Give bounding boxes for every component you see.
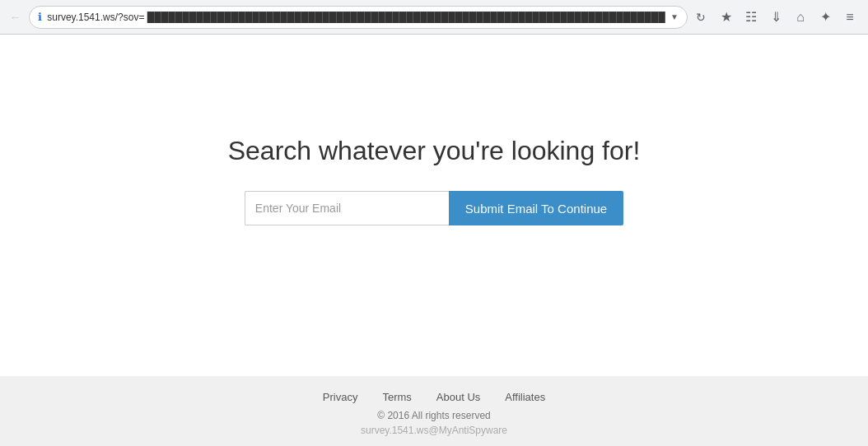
- terms-link[interactable]: Terms: [382, 391, 411, 403]
- refresh-button[interactable]: ↻: [693, 6, 710, 29]
- star-button[interactable]: ★: [715, 6, 738, 29]
- address-bar[interactable]: ℹ survey.1541.ws/?sov= █████████████████…: [29, 6, 688, 29]
- address-text: survey.1541.ws/?sov= ███████████████████…: [47, 12, 665, 23]
- page-content: Search whatever you're looking for! Subm…: [0, 35, 868, 446]
- bookmarks-button[interactable]: ☷: [740, 6, 763, 29]
- email-form: Submit Email To Continue: [245, 191, 623, 225]
- info-icon[interactable]: ℹ: [38, 11, 42, 23]
- main-area: Search whatever you're looking for! Subm…: [0, 35, 868, 376]
- browser-chrome: ← ℹ survey.1541.ws/?sov= ███████████████…: [0, 0, 868, 35]
- email-input[interactable]: [245, 191, 449, 225]
- toolbar-icons: ★ ☷ ⇓ ⌂ ✦ ≡: [715, 6, 861, 29]
- submit-button[interactable]: Submit Email To Continue: [449, 191, 623, 225]
- back-button[interactable]: ←: [7, 6, 24, 29]
- home-button[interactable]: ⌂: [789, 6, 812, 29]
- about-link[interactable]: About Us: [436, 391, 480, 403]
- privacy-link[interactable]: Privacy: [323, 391, 358, 403]
- footer: Privacy Terms About Us Affiliates © 2016…: [0, 376, 868, 446]
- copyright-text: © 2016 All rights reserved: [0, 410, 868, 421]
- footer-url: survey.1541.ws@MyAntiSpyware: [0, 425, 868, 436]
- affiliates-link[interactable]: Affiliates: [505, 391, 545, 403]
- page-headline: Search whatever you're looking for!: [228, 136, 641, 166]
- download-button[interactable]: ⇓: [764, 6, 787, 29]
- pocket-button[interactable]: ✦: [814, 6, 837, 29]
- menu-button[interactable]: ≡: [838, 6, 861, 29]
- footer-links: Privacy Terms About Us Affiliates: [0, 391, 868, 403]
- dropdown-icon[interactable]: ▼: [670, 12, 679, 21]
